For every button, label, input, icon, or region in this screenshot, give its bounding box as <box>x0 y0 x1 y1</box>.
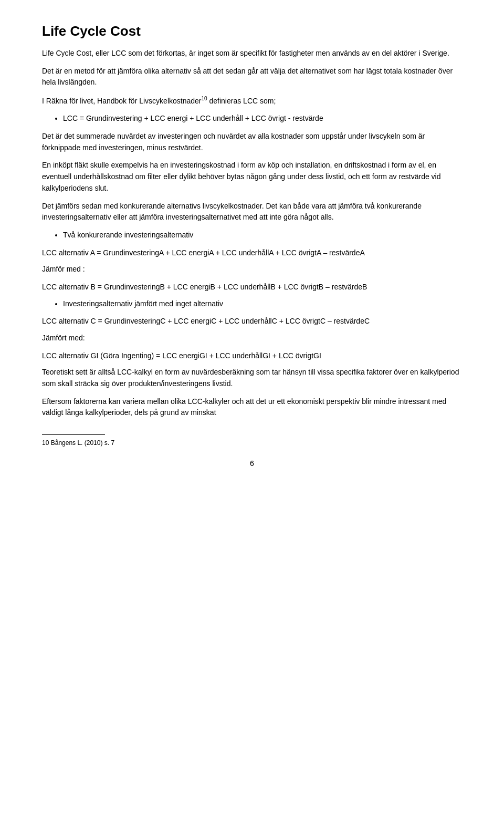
footnote-10: 10 Bångens L. (2010) s. 7 <box>42 438 462 448</box>
definition-intro-text-after: definieras LCC som; <box>207 97 276 105</box>
lcc-a-formula: LCC alternativ A = GrundinvesteringA + L… <box>42 247 462 259</box>
lcc-c-formula: LCC alternativ C = GrundinvesteringC + L… <box>42 316 462 327</box>
final-paragraph-2: Eftersom faktorerna kan variera mellan o… <box>42 396 462 419</box>
lcc-gi-formula: LCC alternativ GI (Göra Ingenting) = LCC… <box>42 350 462 362</box>
lcc-bullet-list: LCC = Grundinvestering + LCC energi + LC… <box>63 113 462 124</box>
no-alternative-list: Investeringsalternativ jämfört med inget… <box>63 298 462 310</box>
final-paragraph-1: Teoretiskt sett är alltså LCC-kalkyl en … <box>42 367 462 389</box>
lcc-b-formula: LCC alternativ B = GrundinvesteringB + L… <box>42 282 462 293</box>
bullet-no-alternative: Investeringsalternativ jämfört med inget… <box>63 298 462 310</box>
page-number: 6 <box>42 458 462 469</box>
footnote-number: 10 <box>42 439 49 447</box>
jamfor-med-label: Jämför med : <box>42 264 462 275</box>
footnote-content: Bångens L. (2010) s. 7 <box>51 439 114 447</box>
page-title: Life Cycle Cost <box>42 21 462 42</box>
footnote-ref-10: 10 <box>201 96 207 101</box>
intro-paragraph-2: Det är en metod för att jämföra olika al… <box>42 66 462 88</box>
competing-alternatives-list: Två konkurerande investeringsalternativ <box>63 230 462 241</box>
definition-intro: I Räkna för livet, Handbok för Livscykel… <box>42 95 462 107</box>
bullet-two-alternatives: Två konkurerande investeringsalternativ <box>63 230 462 241</box>
explanation-paragraph-1: Det är det summerade nuvärdet av investe… <box>42 131 462 153</box>
explanation-paragraph-2: En inköpt fläkt skulle exempelvis ha en … <box>42 160 462 194</box>
lcc-formula-bullet: LCC = Grundinvestering + LCC energi + LC… <box>63 113 462 124</box>
definition-intro-text: I Räkna för livet, Handbok för Livscykel… <box>42 97 201 105</box>
explanation-paragraph-3: Det jämförs sedan med konkurerande alter… <box>42 201 462 223</box>
intro-paragraph-1: Life Cycle Cost, eller LCC som det förko… <box>42 48 462 59</box>
jamfort-med-label: Jämfört med: <box>42 333 462 344</box>
footnote-separator <box>42 434 105 435</box>
